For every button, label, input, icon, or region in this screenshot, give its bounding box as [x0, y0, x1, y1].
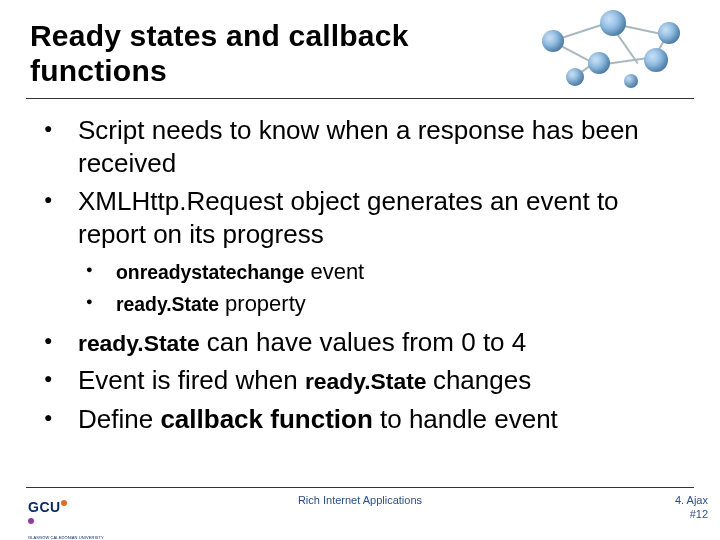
b4-code-b: State [371, 368, 433, 394]
b4-pre: Event is fired when [78, 365, 305, 395]
sub2-tail: property [219, 291, 306, 316]
divider-bottom [26, 487, 694, 488]
sub-list: onreadystatechange event ready.State pro… [78, 256, 680, 320]
b3-code-a: ready. [78, 330, 144, 356]
bullet-5: Define callback function to handle event [44, 403, 680, 436]
sub1-tail: event [304, 259, 364, 284]
b5-tail: to handle event [373, 404, 558, 434]
footer-page: 4. Ajax #12 [675, 494, 708, 522]
bullet-2: XMLHttp.Request object generates an even… [44, 185, 680, 320]
sub-bullet-1: onreadystatechange event [86, 256, 680, 288]
b4-code-a: ready. [305, 368, 371, 394]
divider-top [26, 98, 694, 99]
bullet-1-text: Script needs to know when a response has… [78, 115, 639, 178]
bullet-3: ready.State can have values from 0 to 4 [44, 326, 680, 359]
bullet-2-text-a: XMLHttp. [78, 186, 186, 216]
footer-slide-number: #12 [675, 508, 708, 522]
logo-subtext: GLASGOW CALEDONIAN UNIVERSITY [28, 535, 70, 540]
footer-title: Rich Internet Applications [0, 494, 720, 506]
b3-tail: can have values from 0 to 4 [200, 327, 527, 357]
slide-title: Ready states and callback functions [30, 18, 450, 89]
sub-bullet-2: ready.State property [86, 288, 680, 320]
b3-code-b: State [144, 330, 200, 356]
sub2-code-a: ready. [116, 293, 172, 315]
b5-pre: Define [78, 404, 160, 434]
slide: Ready states and callback functions Scri… [0, 0, 720, 540]
sub1-code: onreadystatechange [116, 261, 304, 283]
b4-tail: changes [433, 365, 531, 395]
content-area: Script needs to know when a response has… [44, 114, 680, 441]
logo-dot-icon [28, 518, 34, 524]
footer-chapter: 4. Ajax [675, 494, 708, 508]
bullet-4: Event is fired when ready.State changes [44, 364, 680, 397]
bullet-1: Script needs to know when a response has… [44, 114, 680, 179]
sub2-code-b: State [172, 293, 219, 315]
network-graphic [530, 4, 690, 96]
bullet-list: Script needs to know when a response has… [44, 114, 680, 435]
b5-bold: callback function [160, 404, 372, 434]
